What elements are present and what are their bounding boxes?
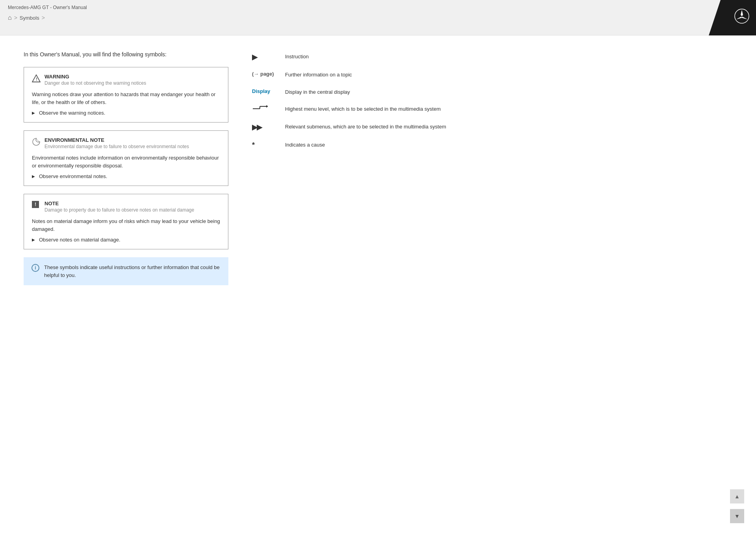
note-body: Notes on material damage inform you of r…: [32, 217, 220, 233]
symbol-submenus-icon: ▶▶: [252, 123, 276, 132]
warning-icon: !: [32, 74, 41, 83]
env-instruction-arrow: ▶: [32, 174, 35, 178]
scroll-down-button[interactable]: ▼: [730, 509, 744, 523]
symbol-row-further-info: (→ page) Further information on a topic: [252, 71, 732, 79]
symbol-row-highest-menu: Highest menu level, which is to be selec…: [252, 105, 732, 113]
note-instruction-text: Observe notes on material damage.: [39, 237, 120, 243]
env-icon: [32, 137, 41, 146]
breadcrumb-symbols-link[interactable]: Symbols: [20, 15, 39, 21]
instruction-arrow: ▶: [32, 111, 35, 115]
symbol-submenus-desc: Relevant submenus, which are to be selec…: [285, 123, 446, 131]
scroll-up-button[interactable]: ▲: [730, 489, 744, 503]
warning-instruction-text: Observe the warning notices.: [39, 110, 105, 116]
warning-title-group: WARNING Danger due to not observing the …: [44, 74, 146, 86]
symbol-highest-menu-icon: [252, 105, 276, 113]
info-icon: i: [32, 264, 39, 272]
info-text: These symbols indicate useful instructio…: [44, 264, 220, 279]
env-instruction: ▶ Observe environmental notes.: [32, 173, 220, 179]
intro-text: In this Owner's Manual, you will find th…: [24, 51, 228, 58]
warning-title: WARNING: [44, 74, 146, 80]
right-column: ▶ Instruction (→ page) Further informati…: [252, 51, 732, 519]
breadcrumb: ⌂ > Symbols >: [0, 10, 756, 25]
display-link[interactable]: Display: [252, 88, 270, 94]
page-title: Mercedes-AMG GT - Owner's Manual: [0, 0, 756, 10]
symbol-row-display: Display Display in the central display: [252, 88, 732, 96]
env-header: ENVIRONMENTAL NOTE Environmental damage …: [32, 137, 220, 149]
symbol-highest-menu-desc: Highest menu level, which is to be selec…: [285, 105, 441, 113]
note-title-group: NOTE Damage to property due to failure t…: [44, 201, 194, 213]
mercedes-star-logo: [734, 8, 750, 28]
scroll-down-icon: ▼: [734, 513, 740, 519]
env-body: Environmental notes include information …: [32, 154, 220, 169]
env-title-group: ENVIRONMENTAL NOTE Environmental damage …: [44, 137, 189, 149]
document-title: Mercedes-AMG GT - Owner's Manual: [8, 5, 87, 10]
note-subtitle: Damage to property due to failure to obs…: [44, 207, 194, 213]
warning-subtitle: Danger due to not observing the warning …: [44, 80, 146, 86]
svg-text:!: !: [36, 77, 37, 82]
symbol-display-desc: Display in the central display: [285, 88, 350, 96]
symbol-asterisk-icon: *: [252, 141, 276, 149]
warning-body: Warning notices draw your attention to h…: [32, 91, 220, 106]
symbol-display-icon: Display: [252, 88, 276, 94]
env-subtitle: Environmental damage due to failure to o…: [44, 144, 189, 149]
warning-box: ! WARNING Danger due to not observing th…: [24, 67, 228, 123]
svg-marker-4: [742, 17, 747, 19]
page-header: Mercedes-AMG GT - Owner's Manual ⌂ > Sym…: [0, 0, 756, 35]
symbol-row-asterisk: * Indicates a cause: [252, 141, 732, 149]
warning-header: ! WARNING Danger due to not observing th…: [32, 74, 220, 86]
warning-instruction: ▶ Observe the warning notices.: [32, 110, 220, 116]
note-icon-box: !: [32, 201, 39, 208]
svg-marker-1: [742, 10, 743, 16]
note-instruction-arrow: ▶: [32, 238, 35, 242]
home-icon[interactable]: ⌂: [8, 14, 12, 21]
main-content: In this Owner's Manual, you will find th…: [0, 35, 756, 535]
symbol-instruction-icon: ▶: [252, 53, 276, 61]
symbol-row-instruction: ▶ Instruction: [252, 53, 732, 61]
breadcrumb-separator-1: >: [14, 15, 17, 21]
symbol-further-info-icon: (→ page): [252, 71, 276, 77]
note-icon: !: [32, 201, 41, 210]
svg-marker-12: [266, 105, 268, 108]
info-box: i These symbols indicate useful instruct…: [24, 257, 228, 285]
env-note-box: ENVIRONMENTAL NOTE Environmental damage …: [24, 130, 228, 186]
note-title: NOTE: [44, 201, 194, 206]
env-title: ENVIRONMENTAL NOTE: [44, 137, 189, 143]
note-instruction: ▶ Observe notes on material damage.: [32, 237, 220, 243]
symbol-further-info-desc: Further information on a topic: [285, 71, 352, 79]
left-column: In this Owner's Manual, you will find th…: [24, 51, 228, 519]
note-header: ! NOTE Damage to property due to failure…: [32, 201, 220, 213]
symbol-asterisk-desc: Indicates a cause: [285, 141, 325, 149]
scroll-up-icon: ▲: [734, 493, 740, 500]
svg-marker-6: [736, 17, 742, 19]
symbol-instruction-desc: Instruction: [285, 53, 309, 61]
symbol-row-submenus: ▶▶ Relevant submenus, which are to be se…: [252, 123, 732, 132]
env-instruction-text: Observe environmental notes.: [39, 173, 107, 179]
note-box: ! NOTE Damage to property due to failure…: [24, 194, 228, 249]
svg-marker-2: [741, 10, 742, 16]
breadcrumb-separator-2: >: [42, 15, 45, 21]
